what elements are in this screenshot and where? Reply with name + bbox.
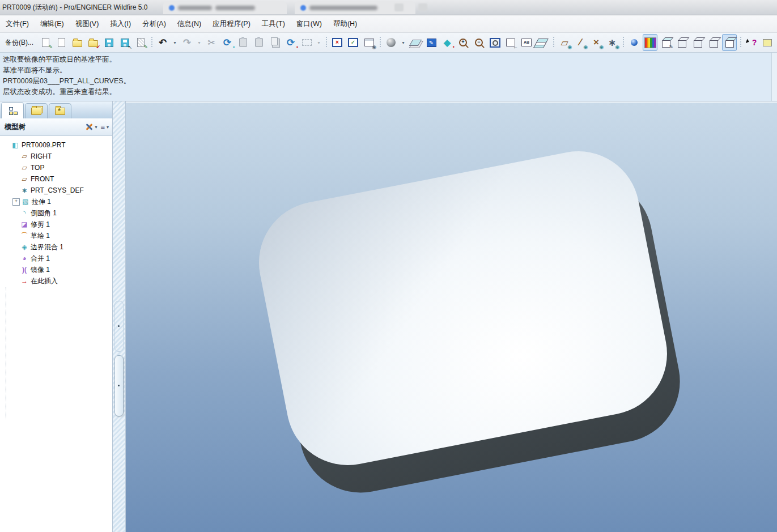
separator[interactable] xyxy=(551,35,555,50)
tree-item[interactable]: ◧ PRT0009.PRT xyxy=(0,139,112,151)
tree-item[interactable]: ▱ TOP xyxy=(0,162,112,173)
tree-item[interactable]: ▱ RIGHT xyxy=(0,151,112,162)
expander-icon[interactable] xyxy=(12,233,19,239)
selection-filter-dropdown[interactable]: ▾ xyxy=(315,34,322,51)
expander-icon[interactable] xyxy=(12,244,19,250)
open-window-icon[interactable]: ✓ xyxy=(346,34,360,51)
menu-item[interactable]: 信息(N) xyxy=(172,17,207,31)
expander-icon[interactable] xyxy=(12,267,19,273)
part-model[interactable] xyxy=(248,141,677,475)
zoom-in-icon[interactable]: + xyxy=(456,34,470,51)
undo-button[interactable]: ↶ xyxy=(155,34,170,51)
appearance-gallery-icon[interactable] xyxy=(643,34,657,51)
sketch-display-icon[interactable]: ✎ xyxy=(424,34,439,51)
redo-dropdown[interactable]: ▾ xyxy=(196,34,203,51)
splitter-handle-upper[interactable] xyxy=(114,301,124,352)
tree-item[interactable]: ◕ 合并 1 xyxy=(0,253,112,264)
model-tree-snapshot-icon[interactable]: ◉ xyxy=(362,34,376,51)
expander-icon[interactable] xyxy=(12,222,19,228)
tab-folder-browser[interactable] xyxy=(25,103,48,118)
no-hidden-icon[interactable] xyxy=(706,34,721,51)
new-drawing-icon[interactable]: ✎ xyxy=(38,34,53,51)
expander-icon[interactable] xyxy=(12,278,19,284)
save-icon[interactable] xyxy=(101,34,116,51)
tab-favorites[interactable] xyxy=(49,103,71,118)
separator[interactable] xyxy=(621,35,625,50)
panel-splitter[interactable] xyxy=(113,101,126,532)
expander-icon[interactable] xyxy=(12,188,19,194)
zoom-out-icon[interactable]: − xyxy=(472,34,486,51)
tree-item[interactable]: ▱ FRONT xyxy=(0,173,112,185)
tree-item[interactable]: ◈ 边界混合 1 xyxy=(0,241,112,253)
message-scrollbar[interactable] xyxy=(771,53,777,101)
expander-icon[interactable] xyxy=(12,165,19,171)
tree-item[interactable]: ⌒ 草绘 1 xyxy=(0,230,112,241)
copy-icon[interactable] xyxy=(268,34,282,51)
context-help-icon[interactable]: ? xyxy=(744,34,759,51)
splitter-handle-lower[interactable] xyxy=(114,355,124,416)
tree-display-button[interactable]: ≡ ▾ xyxy=(100,123,109,131)
open-icon[interactable] xyxy=(70,34,84,51)
menu-item[interactable]: 编辑(E) xyxy=(35,17,70,31)
separator[interactable] xyxy=(324,35,328,50)
expander-icon[interactable] xyxy=(12,176,19,182)
enhanced-realism-icon[interactable] xyxy=(627,34,642,51)
shaded-edges-icon[interactable]: ✎ xyxy=(659,34,673,51)
new-file-icon[interactable] xyxy=(54,34,69,51)
separator[interactable] xyxy=(150,35,154,50)
menu-item[interactable]: 工具(T) xyxy=(256,17,291,31)
cut-icon[interactable]: ✂ xyxy=(204,34,219,51)
expander-icon[interactable] xyxy=(12,154,19,160)
paste-special-icon[interactable] xyxy=(252,34,266,51)
menu-item[interactable]: 文件(F) xyxy=(0,17,35,31)
undo-dropdown[interactable]: ▾ xyxy=(171,34,179,51)
tree-item[interactable]: + ▧ 拉伸 1 xyxy=(0,196,112,207)
menu-item[interactable]: 窗口(W) xyxy=(291,17,328,31)
plane-display-toggle[interactable]: ▱ ◉ xyxy=(557,34,572,51)
point-display-toggle[interactable]: × ◉ xyxy=(589,34,604,51)
menu-item[interactable]: 应用程序(P) xyxy=(207,17,256,31)
separator[interactable] xyxy=(378,35,382,50)
render-style-dropdown[interactable]: ▾ xyxy=(400,34,407,51)
menu-item[interactable]: 视图(V) xyxy=(70,17,105,31)
tree-item[interactable]: → 在此插入 xyxy=(0,275,112,287)
tree-item[interactable]: ◪ 修剪 1 xyxy=(0,219,112,230)
menu-item[interactable]: 帮助(H) xyxy=(328,17,363,31)
close-window-icon[interactable]: × xyxy=(330,34,345,51)
save-copy-icon[interactable]: ↖ xyxy=(117,34,132,51)
csys-display-toggle[interactable]: ∗ ◉ xyxy=(605,34,619,51)
shaded-icon[interactable] xyxy=(722,34,737,51)
backup-button[interactable]: 备份(B)... xyxy=(2,34,37,51)
custom-regenerate-icon[interactable]: ⟳ ▪ xyxy=(283,34,298,51)
tree-settings-button[interactable]: ▾ xyxy=(85,123,97,131)
blurred-browser-tab[interactable] xyxy=(163,1,287,14)
datum-display-icon[interactable] xyxy=(408,34,423,51)
render-style-icon[interactable] xyxy=(384,34,398,51)
paste-icon[interactable] xyxy=(236,34,250,51)
tree-item[interactable]: ∗ PRT_CSYS_DEF xyxy=(0,185,112,196)
separator[interactable] xyxy=(738,35,742,50)
expander-icon[interactable] xyxy=(12,256,19,262)
redo-button[interactable]: ↷ xyxy=(180,34,194,51)
selection-filter-box[interactable] xyxy=(299,34,314,51)
expander-icon[interactable]: + xyxy=(12,198,20,206)
menu-item[interactable]: 分析(A) xyxy=(137,17,172,31)
expander-icon[interactable] xyxy=(3,142,10,148)
refit-icon[interactable]: ← xyxy=(503,34,518,51)
layers-icon[interactable] xyxy=(535,34,550,51)
hidden-line-icon[interactable] xyxy=(690,34,705,51)
erase-not-displayed-icon[interactable]: ✎ xyxy=(133,34,148,51)
axis-display-toggle[interactable]: ∕ ◉ xyxy=(573,34,588,51)
spin-center-icon[interactable]: ◆ • xyxy=(440,34,455,51)
saved-views-icon[interactable]: AB xyxy=(519,34,534,51)
open-in-session-icon[interactable]: ✔ xyxy=(86,34,100,51)
clipped-edge-icon[interactable] xyxy=(760,34,775,51)
new-tab-button[interactable] xyxy=(418,3,427,11)
graphics-viewport[interactable] xyxy=(126,101,777,532)
regenerate-icon[interactable]: ⟳ ▪ xyxy=(220,34,235,51)
tab-model-tree[interactable] xyxy=(1,102,24,118)
menu-item[interactable]: 插入(I) xyxy=(104,17,137,31)
wireframe-icon[interactable] xyxy=(674,34,689,51)
tree-item[interactable]: ◝ 倒圆角 1 xyxy=(0,207,112,219)
zoom-fit-icon[interactable] xyxy=(487,34,502,51)
